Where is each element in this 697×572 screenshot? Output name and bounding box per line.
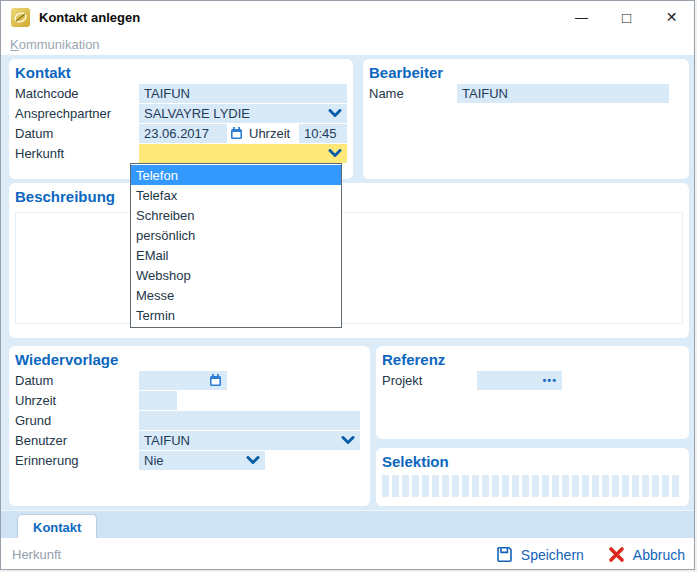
menu-bar: Kommunikation (1, 33, 694, 55)
selektion-bar (562, 475, 569, 497)
tab-strip: Kontakt (1, 510, 695, 538)
selektion-bar (422, 475, 429, 497)
selektion-bar (592, 475, 599, 497)
herkunft-combobox[interactable] (139, 144, 347, 163)
group-title-kontakt: Kontakt (15, 64, 347, 82)
cancel-icon (608, 546, 625, 563)
selektion-bar (532, 475, 539, 497)
chevron-down-icon[interactable] (246, 456, 260, 465)
wv-erinnerung-combobox[interactable]: Nie (139, 451, 265, 470)
wv-benutzer-label: Benutzer (15, 433, 139, 448)
datum-field[interactable]: 23.06.2017 (139, 124, 227, 143)
window-title: Kontakt anlegen (39, 10, 140, 25)
selektion-bar (582, 475, 589, 497)
uhrzeit-label: Uhrzeit (249, 126, 299, 141)
dialog-content: Kontakt Matchcode TAIFUN Ansprechpartner… (1, 55, 695, 538)
wv-uhrzeit-field[interactable] (139, 391, 177, 410)
group-referenz: Referenz Projekt ••• (376, 346, 689, 439)
selektion-bar (622, 475, 629, 497)
matchcode-field[interactable]: TAIFUN (139, 84, 347, 103)
datum-label: Datum (15, 126, 139, 141)
selektion-bar (442, 475, 449, 497)
selektion-bar (672, 475, 679, 497)
selektion-bar (542, 475, 549, 497)
group-title-beschreibung: Beschreibung (15, 188, 683, 206)
selektion-bar (572, 475, 579, 497)
save-icon (496, 546, 513, 563)
app-icon (11, 8, 30, 27)
selektion-bar (602, 475, 609, 497)
wv-grund-field[interactable] (139, 411, 360, 430)
cancel-button[interactable]: Abbruch (608, 546, 685, 563)
save-button[interactable]: Speichern (496, 546, 584, 563)
dropdown-item-messe[interactable]: Messe (131, 285, 341, 305)
group-kontakt: Kontakt Matchcode TAIFUN Ansprechpartner… (9, 59, 353, 179)
selektion-bar (512, 475, 519, 497)
chevron-down-icon[interactable] (328, 149, 342, 158)
projekt-field[interactable]: ••• (477, 371, 562, 390)
group-wiedervorlage: Wiedervorlage Datum Uhrzeit (9, 346, 370, 506)
group-title-wiedervorlage: Wiedervorlage (15, 351, 364, 369)
group-title-selektion: Selektion (382, 453, 683, 471)
dropdown-item-webshop[interactable]: Webshop (131, 265, 341, 285)
selektion-bars (382, 475, 683, 497)
selektion-bar (502, 475, 509, 497)
chevron-down-icon[interactable] (328, 109, 342, 118)
selektion-bar (662, 475, 669, 497)
dropdown-item-email[interactable]: EMail (131, 245, 341, 265)
selektion-bar (462, 475, 469, 497)
selektion-bar (642, 475, 649, 497)
minimize-button[interactable]: — (559, 1, 604, 33)
matchcode-label: Matchcode (15, 86, 139, 101)
dropdown-item-telefon[interactable]: Telefon (131, 165, 341, 185)
window-controls: — □ ✕ (559, 1, 694, 33)
group-bearbeiter: Bearbeiter Name TAIFUN (363, 59, 689, 179)
herkunft-dropdown-list: Telefon Telefax Schreiben persönlich EMa… (130, 163, 342, 328)
wv-benutzer-combobox[interactable]: TAIFUN (139, 431, 360, 450)
projekt-label: Projekt (382, 373, 477, 388)
title-bar: Kontakt anlegen — □ ✕ (1, 1, 694, 33)
wv-datum-label: Datum (15, 373, 139, 388)
dropdown-item-schreiben[interactable]: Schreiben (131, 205, 341, 225)
selektion-bar (392, 475, 399, 497)
close-button[interactable]: ✕ (649, 1, 694, 33)
selektion-bar (482, 475, 489, 497)
bearbeiter-name-field[interactable]: TAIFUN (457, 84, 669, 103)
chevron-down-icon[interactable] (341, 436, 355, 445)
selektion-bar (612, 475, 619, 497)
selektion-bar (432, 475, 439, 497)
group-beschreibung: Beschreibung (9, 183, 689, 338)
dropdown-item-termin[interactable]: Termin (131, 305, 341, 325)
bearbeiter-name-label: Name (369, 86, 457, 101)
selektion-bar (452, 475, 459, 497)
ansprechpartner-label: Ansprechpartner (15, 106, 139, 121)
wv-datum-field[interactable] (139, 371, 227, 390)
group-title-referenz: Referenz (382, 351, 683, 369)
selektion-bar (402, 475, 409, 497)
ansprechpartner-combobox[interactable]: SALVAYRE LYDIE (139, 104, 347, 123)
status-hint: Herkunft (12, 547, 61, 562)
selektion-bar (652, 475, 659, 497)
herkunft-label: Herkunft (15, 146, 139, 161)
selektion-bar (492, 475, 499, 497)
group-title-bearbeiter: Bearbeiter (369, 64, 683, 82)
calendar-icon[interactable] (230, 127, 243, 140)
dropdown-item-persoenlich[interactable]: persönlich (131, 225, 341, 245)
group-selektion: Selektion (376, 448, 689, 506)
browse-icon[interactable]: ••• (542, 371, 557, 390)
dropdown-item-telefax[interactable]: Telefax (131, 185, 341, 205)
beschreibung-textarea[interactable] (15, 212, 683, 324)
selektion-bar (412, 475, 419, 497)
dialog-kontakt-anlegen: Kontakt anlegen — □ ✕ Kommunikation Kont… (0, 0, 695, 570)
taifun-swirl-icon (13, 10, 28, 25)
menu-kommunikation[interactable]: Kommunikation (10, 37, 100, 52)
selektion-bar (522, 475, 529, 497)
maximize-button[interactable]: □ (604, 1, 649, 33)
tab-kontakt[interactable]: Kontakt (17, 514, 97, 539)
status-bar: Herkunft Speichern Abbruch (1, 538, 695, 570)
wv-uhrzeit-label: Uhrzeit (15, 393, 139, 408)
wv-grund-label: Grund (15, 413, 139, 428)
uhrzeit-field[interactable]: 10:45 (299, 124, 347, 143)
calendar-icon[interactable] (209, 374, 222, 387)
selektion-bar (382, 475, 389, 497)
